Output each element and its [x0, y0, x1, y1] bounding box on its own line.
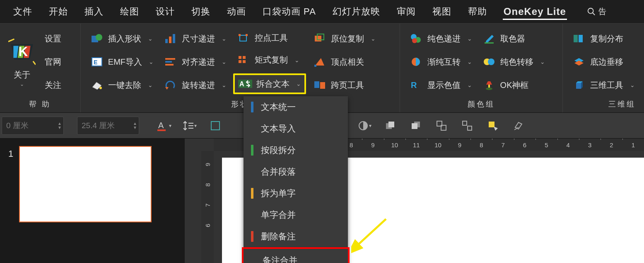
group-help-label: 帮 助 [4, 97, 76, 112]
tab-help[interactable]: 帮助 [467, 3, 488, 20]
tab-view[interactable]: 视图 [432, 3, 452, 20]
tab-review[interactable]: 审阅 [396, 3, 417, 20]
height-input[interactable]: 25.4 厘米 ▲▼ [77, 117, 139, 135]
svg-rect-31 [315, 36, 321, 41]
insert-shape-icon [90, 32, 104, 45]
tell-me-search[interactable]: 告 [587, 6, 606, 17]
svg-rect-23 [239, 34, 241, 36]
text-import-item[interactable]: 文本导入 [244, 118, 348, 139]
tab-onekey-lite[interactable]: OneKey Lite [503, 3, 567, 20]
grad-solid-swap-button[interactable]: 渐纯互转⌄ [406, 53, 475, 71]
format-painter-button[interactable] [507, 117, 530, 135]
svg-rect-61 [211, 122, 219, 130]
chevron-down-icon: ⌄ [540, 58, 545, 65]
eyedropper-button[interactable]: 取色器 [479, 30, 548, 47]
chevron-down-icon: ⌄ [294, 57, 299, 63]
font-color-button[interactable]: A▾ [152, 117, 176, 135]
svg-rect-28 [243, 60, 246, 63]
merge-notes-item[interactable]: 备注合并 [244, 249, 348, 263]
svg-rect-42 [485, 42, 494, 44]
settings-button[interactable]: 设置 [41, 31, 65, 47]
solid-step-button[interactable]: 纯色递进⌄ [406, 30, 475, 47]
split-merge-text-button[interactable]: A 拆合文本⌄ [233, 73, 306, 94]
vertex-related-button[interactable]: 顶点相关 [309, 53, 379, 71]
chevron-down-icon: ⌄ [20, 81, 24, 87]
selection-pane-button[interactable] [481, 117, 504, 135]
svg-rect-35 [314, 81, 319, 88]
copy-distribute-button[interactable]: 复制分布 [569, 30, 638, 47]
about-button[interactable]: K 关于 ⌄ [4, 26, 40, 97]
crosspage-icon [313, 79, 327, 91]
ok-frame-button[interactable]: OK神框 [479, 76, 548, 94]
emf-import-button[interactable]: E EMF导入⌄ [87, 53, 157, 71]
bring-forward-button[interactable] [379, 117, 402, 135]
svg-rect-16 [169, 37, 171, 43]
svg-marker-21 [165, 87, 169, 90]
svg-point-46 [486, 88, 492, 90]
size-step-button[interactable]: 尺寸递进⌄ [160, 30, 230, 47]
logo-icon: K [7, 37, 37, 67]
width-input[interactable]: 0 厘米 ▲▼ [2, 117, 64, 135]
tab-animation[interactable]: 动画 [226, 3, 247, 20]
solid-shift-icon [482, 56, 496, 68]
insert-shape-button[interactable]: 插入形状⌄ [87, 30, 157, 47]
3d-tool-button[interactable]: 三维工具⌄ [569, 76, 638, 94]
svg-rect-66 [412, 123, 417, 129]
svg-rect-64 [388, 122, 394, 127]
lamp-icon [482, 79, 496, 91]
tab-transition[interactable]: 切换 [191, 3, 211, 20]
follow-button[interactable]: 关注 [41, 77, 65, 93]
inplace-copy-button[interactable]: 原位复制⌄ [309, 30, 379, 47]
send-backward-button[interactable] [404, 117, 427, 135]
tab-insert[interactable]: 插入 [84, 3, 104, 20]
control-point-tool-button[interactable]: 控点工具 [233, 29, 306, 47]
rotate-step-icon [164, 79, 178, 91]
ungroup-button[interactable] [456, 117, 479, 135]
crosspage-tool-button[interactable]: 跨页工具 [309, 76, 379, 94]
size-step-icon [164, 32, 178, 45]
inplace-copy-icon [313, 32, 327, 45]
slide-thumbnail-1[interactable] [19, 146, 152, 222]
svg-text:R: R [411, 80, 417, 90]
line-spacing-button[interactable]: ▾ [178, 117, 201, 135]
vertical-ruler: 9876 [201, 151, 214, 263]
matrix-copy-button[interactable]: 矩式复制⌄ [233, 51, 306, 69]
merge-char-item[interactable]: 单字合并 [244, 204, 348, 226]
stepper-icon[interactable]: ▲▼ [133, 122, 137, 129]
website-button[interactable]: 官网 [41, 54, 65, 70]
group-color: 纯色递进⌄ 渐纯互转⌄ R 显示色值⌄ 取色器 纯色转移⌄ [400, 24, 563, 112]
group-shape: 插入形状⌄ E EMF导入⌄ 一键去除⌄ 尺寸递进⌄ 对齐递进 [81, 24, 400, 112]
group-button[interactable] [430, 117, 453, 135]
shape-fill-button[interactable] [204, 117, 227, 135]
split-by-para-item[interactable]: 按段拆分 [244, 139, 348, 161]
solid-shift-button[interactable]: 纯色转移⌄ [479, 53, 548, 71]
bottom-vertical-button[interactable]: 底边垂移 [569, 53, 638, 71]
tab-file[interactable]: 文件 [12, 3, 33, 20]
svg-rect-71 [489, 122, 494, 127]
rotate-step-button[interactable]: 旋转递进⌄ [160, 76, 230, 94]
merge-notes-highlight: 备注合并 [242, 247, 350, 263]
tab-draw[interactable]: 绘图 [119, 3, 140, 20]
tab-pocket[interactable]: 口袋动画 PA [262, 3, 317, 20]
svg-marker-52 [576, 83, 581, 89]
chevron-down-icon: ⌄ [467, 58, 472, 65]
svg-rect-57 [157, 129, 166, 131]
svg-marker-72 [494, 127, 498, 131]
stepper-icon[interactable]: ▲▼ [58, 122, 62, 129]
tab-slideshow[interactable]: 幻灯片放映 [332, 3, 381, 20]
svg-line-7 [8, 39, 14, 41]
svg-rect-34 [314, 65, 316, 67]
delete-notes-item[interactable]: 删除备注 [244, 226, 348, 247]
merge-para-item[interactable]: 合并段落 [244, 161, 348, 183]
align-step-button[interactable]: 对齐递进⌄ [160, 53, 230, 71]
transparency-button[interactable]: ▾ [353, 117, 376, 135]
tab-home[interactable]: 开始 [48, 3, 69, 20]
split-to-char-item[interactable]: 拆为单字 [244, 183, 348, 204]
cube-icon [572, 79, 586, 91]
tab-design[interactable]: 设计 [155, 3, 176, 20]
one-click-remove-button[interactable]: 一键去除⌄ [87, 76, 157, 94]
text-unify-item[interactable]: 文本统一 [244, 96, 348, 118]
svg-line-1 [593, 13, 595, 15]
show-color-value-button[interactable]: R 显示色值⌄ [406, 76, 475, 94]
svg-rect-25 [239, 56, 241, 59]
